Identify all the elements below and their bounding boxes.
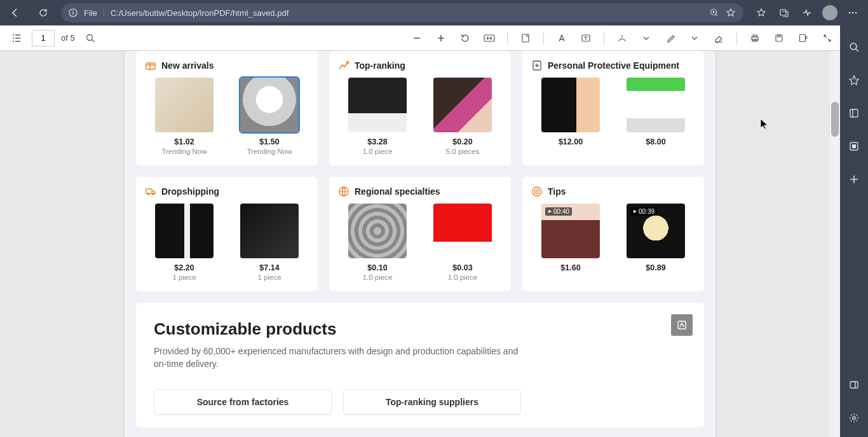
svg-rect-27	[146, 189, 152, 193]
product-thumbnail[interactable]	[433, 204, 492, 258]
product-thumbnail[interactable]: 00:40	[541, 204, 600, 258]
sidebar-tools-button[interactable]	[845, 104, 863, 122]
hero-tab[interactable]: Top-ranking suppliers	[343, 389, 521, 415]
card-title: New arrivals	[161, 60, 214, 71]
back-button[interactable]	[5, 3, 25, 23]
pdf-page: New arrivals$1.02Trending Now$1.50Trendi…	[125, 51, 715, 437]
pdf-viewport: New arrivals$1.02Trending Now$1.50Trendi…	[0, 51, 840, 437]
product-subtext: 1.0 piece	[363, 274, 393, 281]
sidebar-collapse-button[interactable]	[845, 376, 863, 394]
product-subtext: 1.0 piece	[363, 148, 393, 155]
card-header[interactable]: Dropshipping	[145, 186, 309, 197]
product-item[interactable]: $7.141 piece	[230, 204, 309, 281]
product-thumbnail[interactable]	[348, 78, 407, 132]
card-header[interactable]: Tips	[531, 186, 695, 197]
hero-badge-icon	[671, 314, 693, 336]
refresh-button[interactable]	[33, 3, 53, 23]
product-thumbnail[interactable]	[541, 78, 600, 132]
product-thumbnail[interactable]: 00:39	[627, 204, 685, 258]
card-title: Top-ranking	[355, 60, 405, 71]
svg-point-19	[850, 43, 857, 50]
highlight-button[interactable]	[661, 29, 679, 47]
read-aloud-button[interactable]	[553, 29, 571, 47]
profile-button[interactable]	[820, 3, 840, 23]
product-thumbnail[interactable]	[433, 78, 492, 132]
sidebar-discover-button[interactable]	[845, 71, 863, 89]
product-subtext: 1 piece	[172, 274, 196, 281]
product-price: $1.50	[259, 137, 279, 146]
card-header[interactable]: Personal Protective Equipment	[531, 60, 695, 71]
collections-button[interactable]	[774, 3, 794, 23]
svg-point-28	[147, 193, 149, 195]
find-button[interactable]	[81, 29, 99, 47]
edge-sidebar	[840, 25, 868, 437]
svg-rect-25	[146, 63, 155, 69]
product-item[interactable]: $1.50Trending Now	[230, 78, 309, 155]
category-card: Dropshipping$2.201 piece$7.141 piece	[136, 177, 318, 291]
address-bar[interactable]: File C:/Users/buttw/Desktop/IronPDF/html…	[61, 3, 743, 22]
page-view-button[interactable]	[517, 29, 534, 47]
fullscreen-button[interactable]	[818, 29, 836, 47]
svg-point-6	[852, 12, 854, 14]
product-item[interactable]: 00:40$1.60	[531, 204, 610, 272]
product-subtext: Trending Now	[247, 148, 292, 155]
card-header[interactable]: New arrivals	[145, 60, 309, 71]
category-card: Personal Protective Equipment$12.00$8.00	[522, 51, 704, 165]
health-button[interactable]	[797, 3, 817, 23]
product-item[interactable]: $0.205.0 pieces	[423, 78, 502, 155]
scrollbar-thumb[interactable]	[831, 102, 839, 137]
sidebar-add-button[interactable]	[845, 170, 863, 188]
save-button[interactable]	[770, 29, 788, 47]
svg-rect-13	[753, 35, 757, 37]
chevron-down-icon[interactable]	[637, 29, 655, 47]
sidebar-search-button[interactable]	[845, 38, 863, 56]
product-price: $7.14	[259, 263, 279, 272]
zoom-icon[interactable]	[709, 8, 719, 18]
page-number-input[interactable]	[32, 30, 55, 46]
video-duration-badge: 00:40	[545, 207, 572, 216]
product-price: $2.20	[174, 263, 194, 272]
product-item[interactable]: $0.101.0 piece	[338, 204, 417, 281]
product-price: $0.10	[367, 263, 387, 272]
product-thumbnail[interactable]	[155, 204, 214, 258]
fit-width-button[interactable]	[480, 29, 498, 47]
card-header[interactable]: Top-ranking	[338, 60, 502, 71]
product-item[interactable]: $0.031.0 piece	[423, 204, 502, 281]
card-header[interactable]: Regional specialties	[338, 186, 502, 197]
scrollbar-track[interactable]	[830, 51, 840, 437]
hero-tab[interactable]: Source from factories	[154, 389, 332, 415]
product-item[interactable]: $8.00	[616, 78, 695, 146]
product-thumbnail[interactable]	[240, 78, 299, 132]
favorites-button[interactable]	[751, 3, 771, 23]
rotate-button[interactable]	[456, 29, 474, 47]
chevron-down-icon[interactable]	[686, 29, 703, 47]
product-price: $12.00	[559, 137, 583, 146]
product-item[interactable]: $3.281.0 piece	[338, 78, 417, 155]
favorite-indicator-icon[interactable]	[726, 8, 736, 18]
globe-icon	[338, 186, 349, 197]
product-thumbnail[interactable]	[155, 78, 214, 132]
target-icon	[531, 186, 543, 197]
card-title: Tips	[548, 186, 566, 197]
draw-button[interactable]	[613, 29, 631, 47]
svg-rect-16	[778, 35, 780, 37]
product-thumbnail[interactable]	[240, 204, 299, 258]
sidebar-settings-button[interactable]	[845, 409, 863, 427]
erase-button[interactable]	[710, 29, 728, 47]
product-item[interactable]: $1.02Trending Now	[145, 78, 224, 155]
product-item[interactable]: $2.201 piece	[145, 204, 224, 281]
sidebar-office-button[interactable]	[845, 137, 863, 155]
contents-toggle-button[interactable]	[8, 29, 25, 47]
more-button[interactable]	[843, 3, 863, 23]
zoom-out-button[interactable]	[408, 29, 426, 47]
zoom-in-button[interactable]	[432, 29, 450, 47]
product-item[interactable]: 00:39$0.89	[616, 204, 695, 272]
product-item[interactable]: $12.00	[531, 78, 610, 146]
product-subtext: 1 piece	[257, 274, 281, 281]
add-text-button[interactable]	[577, 29, 595, 47]
print-button[interactable]	[746, 29, 764, 47]
save-as-button[interactable]	[794, 29, 812, 47]
product-thumbnail[interactable]	[627, 78, 685, 132]
product-thumbnail[interactable]	[348, 204, 407, 258]
shield-box-icon	[531, 60, 543, 71]
